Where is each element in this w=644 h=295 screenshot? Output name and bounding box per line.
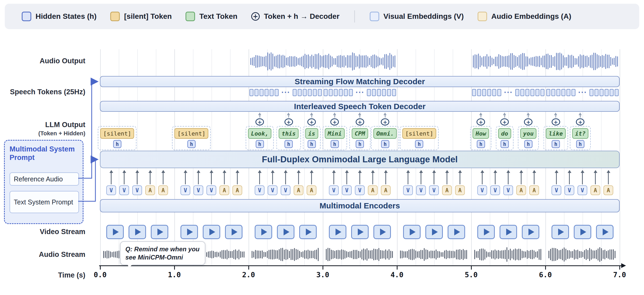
diagram-canvas: Hidden States (h)[silent] TokenText Toke… bbox=[0, 0, 644, 295]
tick-label: 5.0 bbox=[461, 271, 482, 279]
tick-mark bbox=[323, 266, 323, 270]
axis-layer: 0.01.02.03.04.05.06.07.0 bbox=[0, 0, 644, 295]
tick-mark bbox=[619, 266, 620, 270]
tick-mark bbox=[248, 266, 249, 270]
tick-label: 3.0 bbox=[312, 271, 333, 279]
tick-mark bbox=[100, 266, 101, 270]
tick-label: 6.0 bbox=[535, 271, 556, 279]
question-bubble: Q: Remind me when you see MiniCPM-Omni bbox=[120, 241, 205, 265]
tick-label: 7.0 bbox=[609, 271, 630, 279]
bubble-tail bbox=[127, 264, 133, 271]
multimodal-system-prompt-box: Multimodal System Prompt Reference Audio… bbox=[4, 140, 83, 224]
tick-mark bbox=[545, 266, 546, 270]
tick-mark bbox=[471, 266, 472, 270]
tick-label: 4.0 bbox=[386, 271, 408, 279]
tick-label: 2.0 bbox=[238, 271, 259, 279]
tick-mark bbox=[174, 266, 175, 270]
system-prompt-title: Multimodal System Prompt bbox=[10, 145, 78, 162]
question-bubble-text: Q: Remind me when you see MiniCPM-Omni bbox=[125, 245, 200, 261]
tick-mark bbox=[397, 266, 398, 270]
tick-label: 1.0 bbox=[164, 271, 185, 279]
text-system-prompt-item: Text System Prompt bbox=[10, 191, 79, 213]
tick-label: 0.0 bbox=[90, 271, 111, 279]
reference-audio-item: Reference Audio bbox=[10, 172, 79, 186]
